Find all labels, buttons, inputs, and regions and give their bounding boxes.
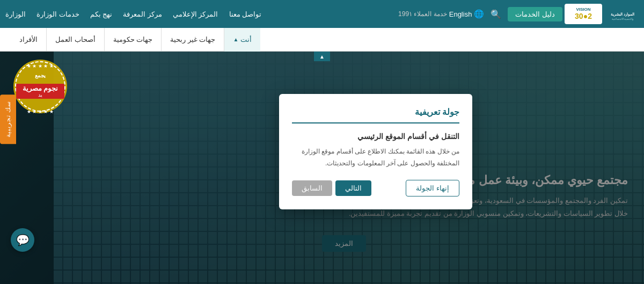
nav-buttons: التالي السابق bbox=[292, 180, 371, 196]
nav-link-services[interactable]: خدمات الوزارة bbox=[36, 10, 79, 18]
nav-link-knowledge[interactable]: مركز المعرفة bbox=[123, 10, 162, 18]
svg-text:يد: يد bbox=[38, 92, 42, 98]
svg-text:والتنمية الاجتماعية: والتنمية الاجتماعية bbox=[611, 17, 633, 21]
nav-link-media[interactable]: المركز الإعلامي bbox=[173, 10, 218, 18]
language-switcher[interactable]: 🌐 English bbox=[449, 9, 485, 19]
nav-link-ministry[interactable]: الوزارة bbox=[5, 10, 26, 18]
secondary-navigation: أنت ▲ جهات غير ربحية جهات حكومية أصحاب ا… bbox=[0, 28, 644, 52]
logo-area: الموارد البشرية والتنمية الاجتماعية VISI… bbox=[565, 3, 639, 25]
modal-body: من خلال هذه القائمة بمكنك الاطلاع على أق… bbox=[292, 146, 459, 169]
prev-button[interactable]: السابق bbox=[292, 180, 332, 196]
hr-ministry-logo: الموارد البشرية والتنمية الاجتماعية bbox=[606, 3, 639, 25]
nav-right-side: الموارد البشرية والتنمية الاجتماعية VISI… bbox=[398, 3, 639, 25]
nav-item-employers[interactable]: أصحاب العمل bbox=[46, 28, 104, 52]
nav-link-contact[interactable]: تواصل معنا bbox=[229, 10, 262, 18]
nav-link-better[interactable]: نهج بكم bbox=[90, 10, 113, 18]
top-navigation: الموارد البشرية والتنمية الاجتماعية VISI… bbox=[0, 0, 644, 28]
svg-text:يجمع: يجمع bbox=[35, 72, 46, 79]
nav-item-government[interactable]: جهات حكومية bbox=[104, 28, 162, 52]
chevron-down-icon: ▲ bbox=[233, 37, 238, 42]
tour-modal-overlay: جولة تعريفية التنقل في أقسام الموقع الرئ… bbox=[0, 52, 644, 284]
modal-buttons: إنهاء الجولة التالي السابق bbox=[292, 180, 459, 196]
tour-modal: جولة تعريفية التنقل في أقسام الموقع الرئ… bbox=[279, 94, 472, 209]
end-tour-button[interactable]: إنهاء الجولة bbox=[406, 180, 459, 196]
main-content-area: سك تجريبية ▲ مجتمع حيوي ممكن، وبيئة عمل … bbox=[0, 52, 644, 284]
svg-text:★ ★ ★ ★ ★: ★ ★ ★ ★ ★ bbox=[27, 63, 54, 69]
globe-icon: 🌐 bbox=[474, 9, 484, 19]
vision-2030-logo: VISION 2●30 bbox=[565, 4, 602, 24]
second-nav-items: أنت ▲ جهات غير ربحية جهات حكومية أصحاب ا… bbox=[11, 28, 260, 52]
chat-button[interactable]: 💬 bbox=[11, 228, 34, 252]
services-button[interactable]: دليل الخدمات bbox=[508, 7, 562, 21]
customer-service-number: خدمة العملاء 199١ bbox=[398, 10, 447, 18]
badge-stamp: ★ ★ ★ ★ ★ ★ ★ ★ ★ ★ نجوم مصرية يد يجمع bbox=[11, 57, 70, 116]
nav-item-you[interactable]: أنت ▲ bbox=[224, 28, 260, 52]
modal-title: جولة تعريفية bbox=[292, 107, 459, 123]
svg-text:★ ★ ★ ★ ★: ★ ★ ★ ★ ★ bbox=[27, 109, 54, 114]
nav-item-individuals[interactable]: الأفراد bbox=[11, 28, 46, 52]
next-button[interactable]: التالي bbox=[335, 180, 371, 196]
modal-subtitle: التنقل في أقسام الموقع الرئيسي bbox=[292, 132, 459, 141]
search-button[interactable]: 🔍 bbox=[486, 7, 506, 21]
nogoom-masrya-badge: ★ ★ ★ ★ ★ ★ ★ ★ ★ ★ نجوم مصرية يد يجمع bbox=[11, 57, 70, 116]
english-label: English bbox=[449, 10, 472, 18]
nav-links: تواصل معنا المركز الإعلامي مركز المعرفة … bbox=[5, 10, 261, 18]
svg-text:الموارد البشرية: الموارد البشرية bbox=[611, 12, 634, 17]
nav-item-nonprofit[interactable]: جهات غير ربحية bbox=[161, 28, 224, 52]
